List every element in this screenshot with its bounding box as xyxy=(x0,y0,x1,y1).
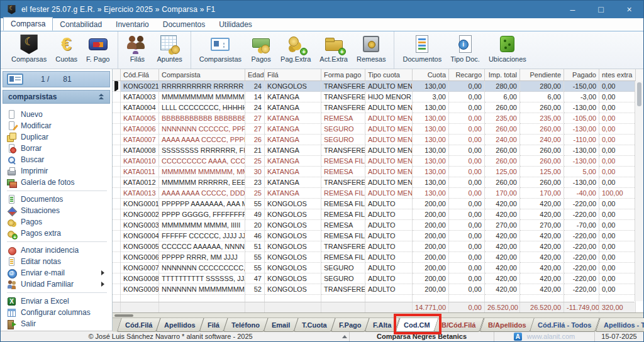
grid-cell[interactable]: -220,00 xyxy=(564,241,599,252)
grid-cell[interactable]: KATANGA xyxy=(265,177,321,188)
grid-cell[interactable]: 0,00 xyxy=(449,92,485,102)
column-header-tipo-cuota[interactable]: Tipo cuota xyxy=(365,69,413,81)
grid-cell[interactable]: NNNNNNN MMMMMMMM, N xyxy=(159,284,245,295)
grid-cell[interactable]: REMESA xyxy=(321,167,365,177)
grid-cell[interactable]: KATANGA xyxy=(265,145,321,156)
grid-cell[interactable]: -110,00 xyxy=(564,135,599,145)
grid-cell[interactable]: AAAA AAAA CCCCC, DDDDD xyxy=(159,188,245,199)
sidebar-item-documentos[interactable]: Documentos xyxy=(7,194,107,205)
table-row[interactable]: KATA0003MMMMMMMMM MMMMMM,14KATANGATRANSF… xyxy=(113,92,643,102)
grid-cell[interactable]: 270,00 xyxy=(485,220,520,231)
toolbar-button-tipo-doc[interactable]: Tipo Doc. xyxy=(446,31,484,69)
grid-cell[interactable]: -150,00 xyxy=(564,81,599,92)
grid-cell[interactable]: 0,00 xyxy=(599,102,636,113)
grid-cell[interactable]: SSSSSSSS RRRRRRR, FFFFFFF xyxy=(159,145,245,156)
grid-cell[interactable]: 26.520,00 xyxy=(485,302,520,312)
grid-cell[interactable]: KATA0004 xyxy=(121,102,159,113)
grid-cell[interactable]: ADULTO MENC xyxy=(365,167,413,177)
grid-cell[interactable]: 5,00 xyxy=(564,167,599,177)
grid-cell[interactable]: 0,00 xyxy=(449,124,485,135)
grid-cell[interactable]: 130,00 xyxy=(413,156,449,167)
table-row[interactable]: KATA0008SSSSSSSS RRRRRRR, FFFFFFF21KATAN… xyxy=(113,145,643,156)
sidebar-item-buscar[interactable]: Buscar xyxy=(7,154,107,165)
row-selector-cell[interactable] xyxy=(113,188,121,199)
grid-cell[interactable]: 0,00 xyxy=(599,81,636,92)
row-selector-cell[interactable] xyxy=(113,156,121,167)
grid-cell[interactable]: KATANGA xyxy=(265,167,321,177)
grid-cell[interactable]: 51 xyxy=(245,241,265,252)
toolbar-button-comparsas[interactable]: Comparsas xyxy=(7,31,51,69)
grid-cell[interactable]: 0,00 xyxy=(599,273,636,284)
tab-apellidos[interactable]: Apellidos xyxy=(156,318,204,332)
grid-cell[interactable]: -220,00 xyxy=(564,284,599,295)
column-header-imp-total[interactable]: Imp. total xyxy=(485,69,520,81)
grid-cell[interactable]: 0,00 xyxy=(449,263,485,273)
grid-cell[interactable]: 260,00 xyxy=(485,124,520,135)
grid-cell[interactable]: 130,00 xyxy=(413,113,449,124)
column-header-c-d-fil[interactable]: Cód.Filá xyxy=(121,69,159,81)
grid-cell[interactable]: KONG0003 xyxy=(121,220,159,231)
grid-cell[interactable]: TRANSFERENCI xyxy=(321,284,365,295)
grid-cell[interactable]: 49 xyxy=(245,209,265,220)
toolbar-button-f-pago[interactable]: F. Pago xyxy=(82,31,114,69)
table-row[interactable]: KONG0002PPPP GGGGG, FFFFFFFFF JJJJ49KONG… xyxy=(113,209,643,220)
grid-cell[interactable]: KATANGA xyxy=(265,102,321,113)
grid-cell[interactable]: KATANGA xyxy=(265,92,321,102)
grid-cell[interactable]: 0,00 xyxy=(449,231,485,241)
grid-cell[interactable]: PPPPPP AAAAAAA, AAA MMM xyxy=(159,199,245,209)
toolbar-button-fil-s[interactable]: Filás xyxy=(122,31,152,69)
column-header-recargo[interactable]: Recargo xyxy=(449,69,485,81)
grid-cell[interactable]: 125,00 xyxy=(520,167,564,177)
tab-f-pago[interactable]: F.Pago xyxy=(330,318,370,332)
grid-cell[interactable]: 47 xyxy=(245,273,265,284)
table-row[interactable]: KONG0008TTTTTTTTTT SSSSSS, JJJJ47KONGOLO… xyxy=(113,273,643,284)
grid-cell[interactable]: 0,00 xyxy=(449,177,485,188)
grid-cell[interactable]: 200,00 xyxy=(413,231,449,241)
toolbar-button-documentos[interactable]: Documentos xyxy=(398,31,446,69)
grid-cell[interactable]: ADULTO MENC xyxy=(365,156,413,167)
vertical-scrollbar-thumb[interactable] xyxy=(637,82,641,106)
grid-cell[interactable]: 0,00 xyxy=(599,263,636,273)
grid-cell[interactable]: NNNNNNN CCCCCCCCC, BBBBB xyxy=(159,263,245,273)
grid-cell[interactable]: KATA0006 xyxy=(121,124,159,135)
row-selector-cell[interactable] xyxy=(113,231,121,241)
sidebar-item-editar-notas[interactable]: Editar notas xyxy=(7,256,107,267)
grid-cell[interactable]: -130,00 xyxy=(564,124,599,135)
grid-cell[interactable]: 420,00 xyxy=(485,252,520,263)
grid-cell[interactable]: 0,00 xyxy=(449,102,485,113)
grid-cell[interactable]: 130,00 xyxy=(413,167,449,177)
menu-item-comparsa[interactable]: Comparsa xyxy=(3,17,53,31)
grid-cell[interactable]: KONG0006 xyxy=(121,252,159,263)
grid-cell[interactable]: ADULTO MENC xyxy=(365,135,413,145)
grid-cell[interactable]: ADULTO xyxy=(365,252,413,263)
table-row[interactable]: KATA0006NNNNNNN CCCCCC, PPPPP27KATANGASE… xyxy=(113,124,643,135)
grid-cell[interactable]: -130,00 xyxy=(564,156,599,167)
grid-cell[interactable]: 0,00 xyxy=(599,177,636,188)
table-row[interactable]: KONG0005CCCCCC AAAAAA, NNNNN51KONGOLOSTR… xyxy=(113,241,643,252)
grid-cell[interactable]: BBBBBBBBBBB BBBBBBBB, JJJJJ xyxy=(159,113,245,124)
grid-cell[interactable]: 130,00 xyxy=(413,177,449,188)
website-link[interactable]: www.alanit.com xyxy=(527,333,575,340)
grid-cell[interactable]: 25 xyxy=(245,156,265,167)
sidebar-item-modificar[interactable]: Modificar xyxy=(7,120,107,131)
grid-cell[interactable]: 0,00 xyxy=(449,145,485,156)
row-selector-cell[interactable] xyxy=(113,199,121,209)
grid-cell[interactable]: 26.520,00 xyxy=(520,302,564,312)
grid-cell[interactable]: 24 xyxy=(245,81,265,92)
grid-cell[interactable]: ADULTO MENC xyxy=(365,177,413,188)
grid-cell[interactable]: 420,00 xyxy=(520,263,564,273)
grid-cell[interactable]: 200,00 xyxy=(413,263,449,273)
sidebar-item-salir[interactable]: Salir xyxy=(7,318,107,329)
grid-cell[interactable]: ADULTO xyxy=(365,199,413,209)
grid-cell[interactable]: MMMMMM MMMMMM, MM xyxy=(159,167,245,177)
grid-cell[interactable]: KATA0007 xyxy=(121,135,159,145)
column-header-forma-pago[interactable]: Forma pago xyxy=(321,69,365,81)
grid-cell[interactable]: TRANSFERENCI xyxy=(321,81,365,92)
row-selector-cell[interactable] xyxy=(113,241,121,252)
grid-cell[interactable]: 200,00 xyxy=(413,199,449,209)
sidebar-item-anotar-incidencia[interactable]: Anotar incidencia xyxy=(7,245,107,256)
grid-cell[interactable]: SEGURO xyxy=(321,263,365,273)
grid-cell[interactable]: 420,00 xyxy=(485,273,520,284)
toolbar-button-pagos[interactable]: Pagos xyxy=(246,31,276,69)
grid-cell[interactable]: 260,00 xyxy=(485,102,520,113)
